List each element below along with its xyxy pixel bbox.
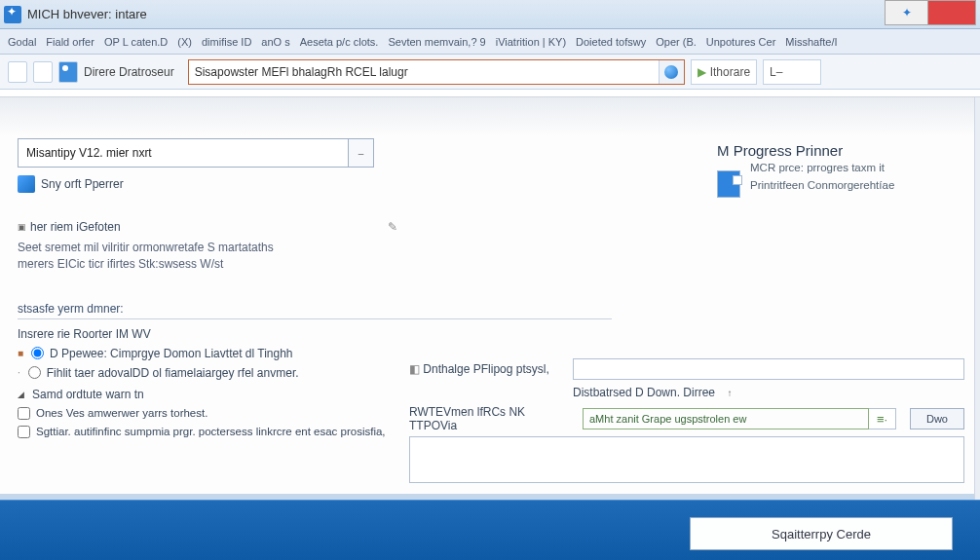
checkbox-label-2: Sgttiar. autifinfinc sumpmia prgr. pocte… xyxy=(36,426,386,437)
sub-label: Insrere rie Roorter IM WV xyxy=(18,327,397,341)
go-button[interactable] xyxy=(659,60,684,84)
mini-label-2: Distbatrsed D Down. Dirree xyxy=(573,386,715,399)
equals-button[interactable]: ≡· xyxy=(869,408,896,429)
display-name-field[interactable]: Misantipy V12. mier nxrt xyxy=(18,138,349,168)
mini-input-1[interactable] xyxy=(573,358,964,380)
info-line-2: Printritfeen Conmorgerehtíae xyxy=(750,178,894,194)
main-panel: Misantipy V12. mier nxrt – Sny orft Pper… xyxy=(0,97,974,494)
menu-item[interactable]: anO s xyxy=(257,33,293,51)
section-desc: Seet sremet mil vilritir ormonwretafe S … xyxy=(18,240,339,273)
mini-label-3: RWTEVmen lfRCs NK TTPOVia xyxy=(409,405,575,432)
browse-label: Direre Dratroseur xyxy=(84,65,174,79)
mini-action-button[interactable]: Dwo xyxy=(910,408,964,429)
home-icon[interactable] xyxy=(58,61,78,83)
bullet-icon: ◧ xyxy=(409,362,423,376)
menu-item[interactable]: Fiald orfer xyxy=(42,33,98,51)
say-label: Sny orft Pperrer xyxy=(41,177,124,191)
section-title: her riem iGefoten xyxy=(30,220,121,234)
extra-box[interactable]: L– xyxy=(763,59,821,85)
titlebar: MICH bhvever: intare ✦ xyxy=(0,0,980,29)
checkbox-1[interactable] xyxy=(18,407,30,420)
menu-item[interactable]: iViatrition | KY) xyxy=(492,33,570,51)
info-line-1: MCR prce: prrogres taxm it xyxy=(750,161,894,176)
tag-icon: ■ xyxy=(18,348,23,358)
edit-icon[interactable]: ✎ xyxy=(388,220,397,234)
folder-icon[interactable] xyxy=(33,61,53,83)
mini-textarea[interactable] xyxy=(409,436,964,483)
play-icon: ▶ xyxy=(697,65,706,79)
menu-item[interactable]: (X) xyxy=(173,33,196,51)
menu-item[interactable]: Misshafte/I xyxy=(781,33,841,51)
radio-label-2: Fihlit taer adovalDD ol fiamelaiargey rf… xyxy=(47,366,299,380)
checkbox-2[interactable] xyxy=(18,426,30,438)
menu-item[interactable]: OP L caten.D xyxy=(100,33,171,51)
address-bar xyxy=(188,59,685,85)
checkbox-label-1: Ones Ves amwerwer yarrs torhest. xyxy=(36,407,207,419)
close-button[interactable] xyxy=(927,0,976,25)
forward-label: Ithorare xyxy=(710,65,750,79)
menu-item[interactable]: Oper (B. xyxy=(652,33,700,51)
minimize-button[interactable]: ✦ xyxy=(885,0,928,25)
radio-label-1: D Ppewee: Cimprgye Domon Liavttet dl Tin… xyxy=(50,347,292,360)
forward-box[interactable]: ▶ Ithorare xyxy=(691,59,757,85)
info-title: M Progress Prinner xyxy=(717,142,941,159)
radio-option-1[interactable] xyxy=(31,347,44,359)
extra-label: L– xyxy=(770,65,782,79)
printer-icon xyxy=(18,175,35,193)
footer-button[interactable]: Sqaitterrpy Cerde xyxy=(690,517,953,550)
menu-item[interactable]: Godal xyxy=(4,33,40,51)
menu-item[interactable]: Sevten memvain,? 9 xyxy=(384,33,489,51)
mini-select[interactable]: aMht zanit Grape ugspstrolen ew xyxy=(583,408,869,429)
scrollbar[interactable] xyxy=(974,97,980,560)
dropdown-button[interactable]: – xyxy=(349,138,374,168)
mini-form: ◧ Dnthalge PFlipog ptsysl, Distbatrsed D… xyxy=(409,353,964,483)
menubar: Godal Fiald orfer OP L caten.D (X) dimif… xyxy=(0,29,980,55)
menu-item[interactable]: dimifise ID xyxy=(198,33,255,51)
doc-icon[interactable] xyxy=(8,61,27,83)
window-title: MICH bhvever: intare xyxy=(27,7,147,21)
app-icon xyxy=(4,6,21,23)
menu-item[interactable]: Doieted tofswy xyxy=(572,33,650,51)
tag-dim-icon: · xyxy=(18,367,20,378)
collapse-icon[interactable]: ▣ xyxy=(18,222,26,232)
globe-icon xyxy=(664,65,678,79)
mini-label-1: Dnthalge PFlipog ptsysl, xyxy=(423,362,548,376)
arrow-up-icon[interactable]: ↑ xyxy=(723,386,736,399)
radio-option-2[interactable] xyxy=(28,366,41,379)
group-header: stsasfe yerm dmner: xyxy=(18,302,612,319)
device-icon xyxy=(717,170,740,198)
address-input[interactable] xyxy=(189,65,659,79)
toolbar: Direre Dratroseur ▶ Ithorare L– xyxy=(0,55,980,90)
subsection-label: Samd ordtute warn tn xyxy=(32,388,144,401)
menu-item[interactable]: Unpotures Cer xyxy=(702,33,780,51)
expand-icon[interactable]: ◢ xyxy=(18,390,24,399)
menu-item[interactable]: Aeseta p/c clots. xyxy=(296,33,383,51)
